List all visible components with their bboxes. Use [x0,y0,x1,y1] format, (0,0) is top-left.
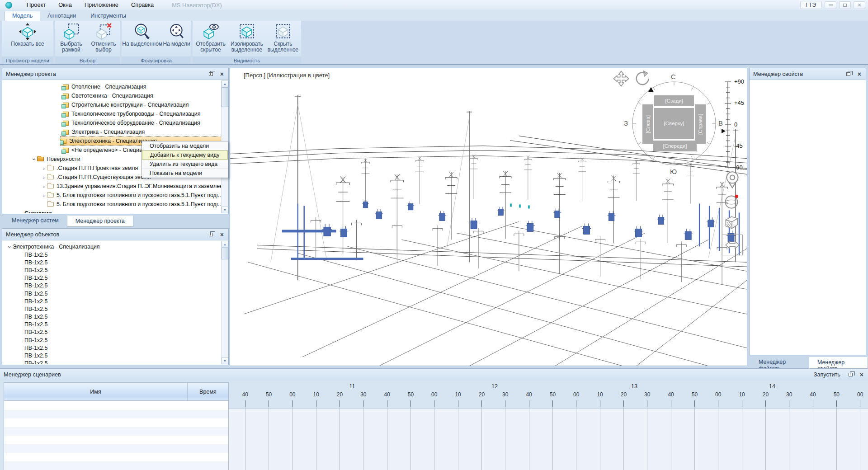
tree-item[interactable]: Строительные конструкции - Специализация [3,100,221,109]
menu-item[interactable]: Справка [125,0,160,10]
scroll-down-icon[interactable] [222,357,228,364]
scenario-table-rows[interactable] [4,401,228,470]
float-panel-icon[interactable] [846,72,850,76]
angle-scale[interactable]: +90 +45 0 -45 -90 [722,77,747,173]
tree-item[interactable]: Технологические трубопроводы - Специализ… [3,109,221,118]
view-back-button[interactable]: [Сзади] [654,95,694,106]
zoom-model-button[interactable]: На модели [163,22,190,47]
float-panel-icon[interactable] [209,233,213,236]
compass-north[interactable]: С [671,73,676,80]
tab-system-manager[interactable]: Менеджер систем [4,216,67,227]
column-name[interactable]: Имя [4,383,188,400]
pan-horizontal-icon[interactable] [722,235,743,255]
view-left-button[interactable]: [Слева] [642,104,653,144]
tree-item[interactable]: Технологическое оборудование - Специализ… [3,118,221,127]
view-top-button[interactable]: [Сверху] [654,108,694,139]
show-hidden-button[interactable]: Отобразить скрытое [193,22,229,53]
minimize-button[interactable] [825,1,836,9]
compass-south[interactable]: Ю [670,168,677,175]
object-list-item[interactable]: ПВ-1х2.5 [3,297,221,305]
objects-root-item[interactable]: Электротехника - Специализация [3,243,221,251]
timeline-ruler[interactable]: 11 12 13 14 40 50 [229,382,868,470]
timeline-tick: 20 [612,391,635,470]
compass-west[interactable]: З [624,119,628,127]
isometric-cube-icon[interactable] [722,213,743,234]
object-list-item[interactable]: ПВ-1х2.5 [3,352,221,359]
object-list-item[interactable]: ПВ-1х2.5 [3,344,221,352]
objects-scrollbar[interactable] [221,241,228,364]
close-panel-icon[interactable] [219,71,225,77]
menu-item[interactable]: Окна [52,0,78,10]
run-scenario-button[interactable]: Запустить [814,371,840,378]
tab-project-manager[interactable]: Менеджер проекта [67,216,133,227]
tree-item[interactable]: Электрика - Специализация [3,127,221,136]
expander-icon[interactable] [41,183,47,190]
ribbon: Показать все Просмотр модели Выбрать рам… [0,21,868,65]
object-list-item[interactable]: ПВ-1х2.5 [3,251,221,258]
close-button[interactable] [854,1,865,9]
cancel-selection-button[interactable]: Отменить выбор [87,22,120,53]
tab-annotations[interactable]: Аннотации [40,11,83,21]
orbit-sphere-icon[interactable] [722,191,743,212]
menu-item-show-on-model[interactable]: Показать на модели [142,169,228,178]
tree-item[interactable]: 13.Здание управления.Стадия П..ЭГ.Молние… [3,182,221,191]
menu-item-display-on-model[interactable]: Отобразить на модели [142,141,228,150]
scroll-thumb[interactable] [222,87,228,107]
tree-item[interactable]: 5. Блок подготовки топливного и пусковог… [3,191,221,200]
object-list-item[interactable]: ПВ-1х2.5 [3,258,221,266]
menu-item-add-to-view[interactable]: Добавить к текущему виду [142,150,228,160]
menu-bar: ПроектОкнаПриложениеСправка [20,0,160,10]
float-panel-icon[interactable] [209,72,213,76]
close-panel-icon[interactable] [857,71,862,77]
tab-model[interactable]: Модель [5,11,40,21]
object-list-item[interactable]: ПВ-1х2.5 [3,321,221,329]
expander-icon[interactable] [41,192,47,199]
tab-tools[interactable]: Инструменты [83,11,133,21]
float-panel-icon[interactable] [849,373,853,376]
show-all-button[interactable]: Показать все [11,22,44,47]
orbit-icon[interactable] [633,70,651,87]
close-panel-icon[interactable] [859,371,864,378]
object-list-item[interactable]: ПВ-1х2.5 [3,266,221,274]
column-time[interactable]: Время [188,383,228,400]
scroll-down-icon[interactable] [222,207,228,213]
expander-icon[interactable] [41,165,47,172]
select-frame-button[interactable]: Выбрать рамкой [55,22,87,53]
tree-item[interactable]: Отопление - Специализация [3,82,221,91]
object-list-item[interactable]: ПВ-1х2.5 [3,329,221,336]
object-list-item[interactable]: ПВ-1х2.5 [3,313,221,321]
expander-icon[interactable] [31,156,38,162]
model-viewport[interactable]: [Персп.] [Иллюстрация в цвете] [230,68,747,366]
properties-panel-body [750,80,865,354]
scroll-up-icon[interactable] [222,80,228,87]
scroll-thumb[interactable] [222,248,228,259]
tree-item[interactable]: Светотехника - Специализация [3,91,221,100]
compass-rose[interactable]: С Ю З В [Сзади] [Слева] [Сверху] [Справа… [625,75,723,172]
profile-badge[interactable]: ГТЭ [800,1,822,9]
zoom-selected-button[interactable]: На выделенном [122,22,162,47]
object-list-item[interactable]: ПВ-1х2.5 [3,305,221,313]
tree-item[interactable]: 5. Блок подготовки топливного и пусковог… [3,200,221,209]
app-logo-icon[interactable] [5,2,12,9]
view-right-button[interactable]: [Справа] [695,104,706,144]
view-front-button[interactable]: [Спереди] [653,141,697,151]
object-list-item[interactable]: ПВ-1х2.5 [3,274,221,282]
object-list-item[interactable]: ПВ-1х2.5 [3,290,221,297]
locate-icon[interactable] [722,169,743,190]
close-panel-icon[interactable] [219,231,225,238]
object-list-item[interactable]: ПВ-1х2.5 [3,360,221,364]
tree-item-scenarios[interactable]: Сценарии [3,209,221,213]
menu-item[interactable]: Проект [20,0,52,10]
scroll-up-icon[interactable] [222,241,228,248]
hide-selected-button[interactable]: Скрыть выделенное [265,22,301,53]
pan-icon[interactable] [613,70,630,87]
expander-icon[interactable] [6,244,13,250]
menu-item-remove-from-view[interactable]: Удалить из текущего вида [142,160,228,169]
object-list-item[interactable]: ПВ-1х2.5 [3,282,221,290]
menu-item[interactable]: Приложение [78,0,125,10]
restore-button[interactable] [839,1,851,9]
timeline-tick: 10 [730,391,754,470]
expander-icon[interactable] [41,174,47,181]
object-list-item[interactable]: ПВ-1х2.5 [3,336,221,344]
isolate-selected-button[interactable]: Изолировать выделенное [229,22,265,53]
